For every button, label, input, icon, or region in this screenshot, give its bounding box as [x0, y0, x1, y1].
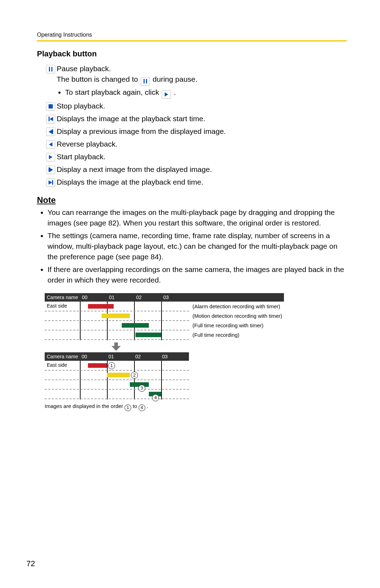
- prev-image-desc: Display a previous image from the displa…: [57, 126, 347, 137]
- play-desc: Start playback.: [57, 151, 347, 162]
- row-play: Start playback.: [45, 151, 347, 162]
- reverse-play-icon: [45, 139, 57, 149]
- page-number: 72: [26, 559, 35, 568]
- timeline-caption: Images are displayed in the order 1 to 4…: [45, 403, 347, 411]
- rec-motion: [102, 314, 130, 318]
- timeline-header: Camera name 00 01 02 03: [45, 293, 284, 302]
- down-arrow-icon: [112, 342, 121, 350]
- running-header: Operating Instructions: [37, 32, 347, 42]
- reverse-desc: Reverse playback.: [57, 139, 347, 149]
- timeline-header-2: Camera name 00 01 02 03: [45, 352, 189, 361]
- pause-desc-1: Pause playback.: [57, 63, 347, 74]
- rec-full-timer: [122, 323, 149, 328]
- play-icon-inline: [162, 90, 171, 99]
- skip-end-desc: Displays the image at the playback end t…: [57, 177, 347, 187]
- step-1: 1: [108, 362, 115, 369]
- next-image-desc: Display a next image from the displayed …: [57, 164, 347, 175]
- note-item-1: You can rearrange the images on the mult…: [48, 207, 347, 228]
- pause-desc-2: The button is changed to during pause.: [57, 74, 347, 86]
- row-prev-image: Display a previous image from the displa…: [45, 126, 347, 137]
- document-page: Operating Instructions Playback button P…: [0, 0, 380, 411]
- legend-0: (Alarm detection recording with timer): [192, 303, 280, 309]
- skip-start-icon: [45, 113, 57, 123]
- legend-1: (Motion detection recording with timer): [192, 313, 282, 319]
- skip-start-desc: Displays the image at the playback start…: [57, 113, 347, 124]
- note-item-2: The settings (camera name, recording tim…: [48, 230, 347, 262]
- legend-3: (Full time recording): [192, 332, 239, 338]
- row-reverse: Reverse playback.: [45, 139, 347, 149]
- row-next-image: Display a next image from the displayed …: [45, 164, 347, 175]
- rec-step2: [107, 373, 130, 377]
- pause-icon: [45, 63, 57, 73]
- step-2: 2: [131, 372, 138, 379]
- svg-marker-0: [112, 342, 121, 351]
- timeline-upper: Camera name 00 01 02 03 East side (Alarm…: [45, 293, 284, 340]
- skip-end-icon: [45, 177, 57, 187]
- note-list: You can rearrange the images on the mult…: [48, 207, 347, 285]
- next-image-icon: [45, 164, 57, 174]
- camera-label: East side: [47, 303, 67, 309]
- legend-2: (Full time recording with timer): [192, 322, 264, 328]
- timeline-body-upper: East side (Alarm detection recording wit…: [45, 302, 284, 340]
- rec-full: [135, 333, 161, 337]
- play-icon: [45, 151, 57, 161]
- rec-step1: [88, 363, 107, 368]
- playback-button-list: Pause playback. The button is changed to…: [45, 63, 347, 187]
- timeline-lower: Camera name 00 01 02 03 East side 1 2: [45, 352, 189, 400]
- pause-icon-inline: [141, 77, 150, 86]
- timeline-figure: Camera name 00 01 02 03 East side (Alarm…: [45, 293, 347, 411]
- hdr-03: 03: [163, 295, 190, 300]
- hdr-02: 02: [136, 295, 163, 300]
- pause-sub: To start playback again, click .: [65, 87, 347, 99]
- note-heading: Note: [37, 195, 347, 205]
- stop-icon: [45, 101, 57, 111]
- stop-desc: Stop playback.: [57, 101, 347, 111]
- note-item-3: If there are overlapping recordings on t…: [48, 264, 347, 285]
- section-title: Playback button: [37, 49, 347, 58]
- row-stop: Stop playback.: [45, 101, 347, 111]
- row-skip-start: Displays the image at the playback start…: [45, 113, 347, 124]
- rec-alarm: [88, 304, 114, 309]
- hdr-00: 00: [82, 295, 109, 300]
- timeline-body-lower: East side 1 2 3 4: [45, 361, 189, 400]
- prev-image-icon: [45, 126, 57, 136]
- step-4: 4: [152, 394, 159, 401]
- hdr-cam: Camera name: [45, 295, 82, 300]
- hdr-01: 01: [109, 295, 136, 300]
- row-skip-end: Displays the image at the playback end t…: [45, 177, 347, 187]
- row-pause: Pause playback. The button is changed to…: [45, 63, 347, 99]
